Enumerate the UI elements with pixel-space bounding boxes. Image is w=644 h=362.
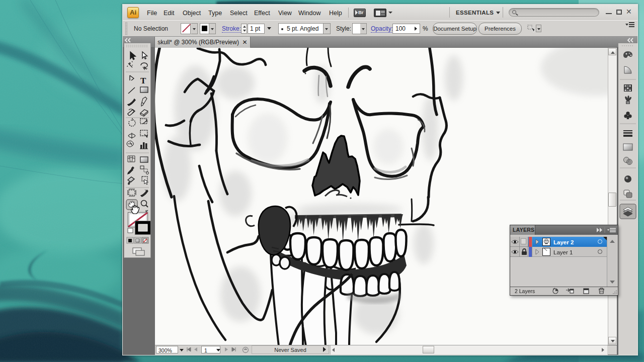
svg-text:T: T — [140, 76, 146, 85]
